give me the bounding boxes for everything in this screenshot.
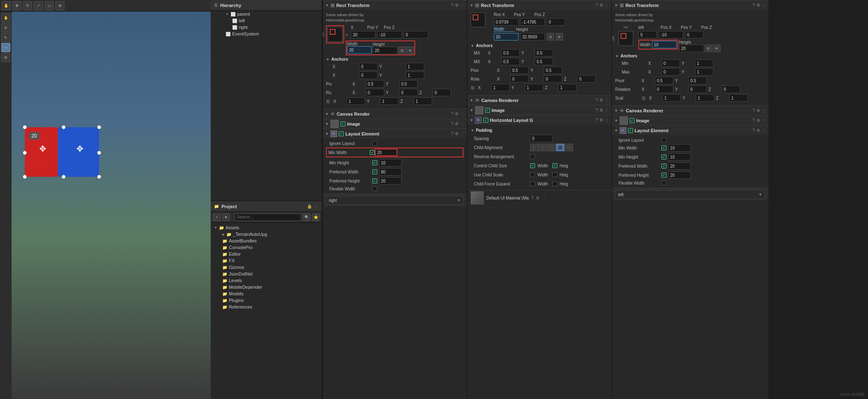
transform-tool[interactable]: ⊕ [55, 1, 64, 10]
rt2-scalez-input[interactable] [558, 84, 577, 91]
folder-editor[interactable]: 📁 Editor [211, 251, 322, 257]
le1-prefwidth-input[interactable] [379, 168, 402, 176]
folder-fx[interactable]: 📁 FX [211, 257, 322, 264]
hlg-spacing-input[interactable] [530, 135, 553, 142]
rt2-help-icon[interactable]: ? [595, 3, 598, 7]
handle-mr[interactable] [97, 151, 101, 155]
tool-move[interactable]: ⊕ [1, 23, 10, 32]
hlg-forceexpand-height-check[interactable] [552, 181, 557, 186]
handle-tc[interactable] [62, 125, 66, 129]
rt2-rotz-input[interactable] [577, 75, 596, 83]
rt3-anchor-minx-input[interactable] [661, 59, 680, 67]
handle-tl[interactable] [23, 125, 27, 129]
rt1-anchor-maxy-input[interactable] [406, 71, 424, 79]
tool-custom[interactable]: ⊞ [1, 53, 10, 62]
image-header-1[interactable]: ▼ ✓ Image ? ⚙ ⋮ [323, 119, 467, 128]
align-btn-upperleft[interactable]: ⬛ [530, 144, 538, 151]
rt3-roty-input[interactable] [688, 86, 707, 93]
handle-ml[interactable] [23, 151, 27, 155]
rt2-mx1x-input[interactable] [501, 49, 520, 57]
rt1-width-input[interactable] [347, 46, 372, 54]
handle-tr[interactable] [97, 125, 101, 129]
rt1-anchor-miny-input[interactable] [406, 63, 424, 70]
cr3-eye-icon[interactable]: 👁 [620, 108, 624, 113]
move-handle-2[interactable]: ✥ [76, 144, 83, 154]
rt1-height-input[interactable] [373, 47, 397, 54]
le3-prefheight-check[interactable]: ✓ [661, 173, 666, 178]
rect-transform-header-2[interactable]: ▼ ⊞ Rect Transform ? ⚙ ⋮ [467, 0, 611, 10]
rt1-posz-input[interactable] [404, 31, 428, 38]
le1-minheight-check[interactable]: ✓ [372, 160, 377, 165]
layout-element-header-3[interactable]: ▼ ⊟ ✓ Layout Element ? ⚙ ⋮ [612, 125, 768, 135]
folder-levels[interactable]: 📁 Levels [211, 277, 322, 284]
rt2-scaley-input[interactable] [525, 84, 543, 91]
handle-bc[interactable] [62, 175, 66, 179]
project-search-input[interactable] [235, 214, 301, 221]
rt3-scalex-input[interactable] [662, 94, 681, 102]
handle-bl[interactable] [23, 175, 27, 179]
align-btn-upperright[interactable]: ⬛ [547, 144, 556, 151]
rt3-rotz-input[interactable] [722, 86, 740, 93]
folder-assets[interactable]: ▼ 📁 Assets [211, 224, 322, 231]
align-btn-middlecenter[interactable]: ⬛ [565, 144, 573, 151]
rt3-constrain-btn[interactable]: ⊡ [705, 45, 712, 52]
le3-prefwidth-input[interactable] [668, 162, 691, 170]
rt2-posz-input[interactable] [547, 18, 565, 26]
cr3-menu-icon[interactable]: ⋮ [762, 108, 766, 113]
rt2-rotx-input[interactable] [510, 75, 529, 83]
cr1-menu-icon[interactable]: ⋮ [460, 112, 464, 116]
cr2-settings-icon[interactable]: ⚙ [599, 98, 603, 102]
rt2-posy-input[interactable] [520, 18, 545, 26]
rt1-anchor-minx-input[interactable] [359, 63, 378, 70]
rt3-anchor-widget[interactable] [618, 31, 633, 46]
le1-prefheight-input[interactable] [379, 177, 402, 185]
img3-menu-icon[interactable]: ⋮ [762, 118, 766, 123]
rt2-posx-input[interactable] [494, 18, 518, 26]
img2-enable-check[interactable]: ✓ [485, 108, 490, 113]
hierarchy-item-parent[interactable]: ▼ ⬜ parent [211, 11, 322, 17]
rt3-width-input[interactable] [652, 41, 677, 48]
folder-models[interactable]: 📁 Models [211, 290, 322, 297]
le1-settings-icon[interactable]: ⚙ [455, 131, 459, 136]
rt2-menu-icon[interactable]: ⋮ [605, 3, 609, 7]
img1-menu-icon[interactable]: ⋮ [460, 121, 464, 126]
img2-menu-icon[interactable]: ⋮ [605, 108, 609, 112]
handle-br[interactable] [97, 175, 101, 179]
add-asset-button[interactable]: + [213, 214, 221, 221]
hierarchy-item-right[interactable]: ⬜ right [211, 24, 322, 31]
folder-jsondotnet[interactable]: 📁 JsonDotNet [211, 271, 322, 277]
rt1-scalez-input[interactable] [414, 97, 432, 105]
cr3-help-icon[interactable]: ? [752, 108, 755, 113]
rt3-pivy-input[interactable] [688, 77, 707, 84]
rt1-constrain-button[interactable]: ⊡ [398, 47, 406, 54]
rotate-tool[interactable]: ↻ [23, 1, 32, 10]
hlg-childscale-width-check[interactable] [530, 172, 535, 177]
le1-enable-check[interactable]: ✓ [339, 131, 344, 136]
cr1-settings-icon[interactable]: ⚙ [455, 112, 459, 116]
layout-element-header-1[interactable]: ▼ ⊟ ✓ Layout Element ? ⚙ ⋮ [323, 128, 467, 138]
le3-enable-check[interactable]: ✓ [628, 128, 633, 133]
rt1-pivy-input[interactable] [399, 80, 418, 88]
tool-rotate[interactable]: ↻ [1, 33, 10, 42]
rt3-rotx-input[interactable] [655, 86, 673, 93]
rt3-anchor-maxx-input[interactable] [661, 68, 680, 76]
rt2-mx1y-input[interactable] [535, 49, 553, 57]
le3-minwidth-input[interactable] [668, 144, 691, 152]
rt1-scalex-input[interactable] [347, 97, 365, 105]
rt1-rotz-input[interactable] [433, 89, 451, 96]
lock-icon[interactable]: 🔒 [307, 204, 312, 209]
hlg-childscale-height-check[interactable] [552, 172, 557, 177]
rt2-pivx-input[interactable] [510, 66, 529, 74]
material-settings-icon[interactable]: ⚙ [536, 196, 540, 200]
rt3-pivx-input[interactable] [655, 77, 673, 84]
hlg-height-check[interactable]: ✓ [552, 163, 557, 168]
le1-flexwidth-check[interactable] [372, 186, 377, 191]
cr2-eye-icon[interactable]: 👁 [475, 98, 480, 103]
folder-terrain[interactable]: ▶ 📁 _TerrainAutoUpg [211, 231, 322, 238]
le3-minheight-input[interactable] [668, 153, 691, 161]
cr2-help-icon[interactable]: ? [595, 98, 598, 102]
img3-enable-check[interactable]: ✓ [630, 118, 635, 123]
rt2-roty-input[interactable] [544, 75, 562, 83]
img1-help-icon[interactable]: ? [451, 121, 453, 126]
rt1-r-button[interactable]: R [407, 47, 414, 54]
